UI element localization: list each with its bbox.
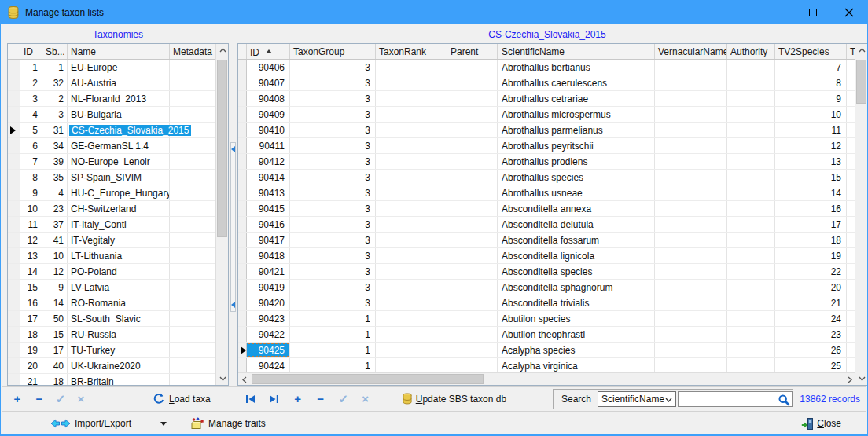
cell-vernacularname[interactable] — [655, 138, 727, 153]
cell-sb[interactable]: 31 — [42, 123, 68, 137]
cell-taxonrank[interactable] — [376, 327, 447, 342]
cell-vernacularname[interactable] — [655, 295, 727, 310]
table-row[interactable]: 16 14 RO-Romania — [8, 295, 216, 311]
taxon-cancel-button[interactable]: × — [359, 392, 373, 406]
close-window-button[interactable] — [831, 1, 867, 24]
cell-metadata[interactable] — [170, 154, 216, 169]
cell-parent[interactable] — [447, 343, 498, 357]
table-row[interactable]: 5 31 CS-Czechia_Slovakia_2015 — [8, 123, 216, 138]
scroll-down-button[interactable] — [855, 372, 868, 385]
cell-scientificname[interactable]: Acalypha virginica — [498, 358, 655, 372]
table-row[interactable]: 1 1 EU-Europe — [8, 60, 216, 75]
search-icon[interactable] — [778, 394, 790, 409]
table-row[interactable]: 11 37 IT-Italy_Conti — [8, 217, 216, 233]
cell-vernacularname[interactable] — [655, 107, 727, 122]
cell-metadata[interactable] — [170, 138, 216, 153]
close-button[interactable]: Close — [801, 418, 841, 430]
table-row[interactable]: 6 34 GE-GermanSL 1.4 — [8, 138, 216, 154]
cell-name[interactable]: GE-GermanSL 1.4 — [68, 138, 170, 153]
cell-vernacularname[interactable] — [655, 280, 727, 295]
search-input-box[interactable] — [678, 391, 793, 407]
cell-metadata[interactable] — [170, 217, 216, 232]
search-input[interactable] — [679, 392, 779, 406]
cell-scientificname[interactable]: Absconditella trivialis — [498, 295, 655, 310]
cell-id[interactable]: 11 — [20, 217, 42, 232]
cell-name[interactable]: HU-C_Europe_Hungary — [68, 185, 170, 200]
cell-vernacularname[interactable] — [655, 311, 727, 326]
cell-id[interactable]: 6 — [20, 138, 42, 153]
cell-name[interactable]: BR-Britain — [68, 374, 170, 385]
cell-name[interactable]: IT-Italy_Conti — [68, 217, 170, 232]
cell-name[interactable]: LT-Lithuania — [68, 248, 170, 263]
last-record-button[interactable] — [267, 392, 281, 406]
cell-id[interactable]: 15 — [20, 280, 42, 295]
cell-sb[interactable]: 17 — [42, 343, 68, 357]
cell-parent[interactable] — [447, 358, 498, 372]
table-row[interactable]: 19 17 TU-Turkey — [8, 343, 216, 358]
scroll-down-button[interactable] — [216, 372, 229, 385]
cell-id[interactable]: 20 — [20, 358, 42, 373]
cell-taxonrank[interactable] — [376, 138, 447, 153]
cell-sb[interactable]: 50 — [42, 311, 68, 326]
cell-scientificname[interactable]: Absconditella fossarum — [498, 233, 655, 247]
cell-taxongroup[interactable]: 3 — [290, 295, 376, 310]
cell-metadata[interactable] — [170, 358, 216, 373]
cell-taxonrank[interactable] — [376, 280, 447, 295]
cell-sb[interactable]: 12 — [42, 264, 68, 279]
cell-metadata[interactable] — [170, 248, 216, 263]
cell-sb[interactable]: 10 — [42, 248, 68, 263]
cell-taxongroup[interactable]: 1 — [290, 311, 376, 326]
cell-vernacularname[interactable] — [655, 75, 727, 90]
cell-sb[interactable]: 15 — [42, 327, 68, 342]
titlebar[interactable]: Manage taxon lists — [1, 1, 867, 24]
cell-id[interactable]: 90413 — [247, 185, 290, 200]
cell-name[interactable]: IT-Vegitaly — [68, 233, 170, 247]
table-row[interactable]: 90421 3 Absconditella species 22 — [238, 264, 856, 280]
cell-sb[interactable]: 4 — [42, 185, 68, 200]
cell-taxongroup[interactable]: 3 — [290, 138, 376, 153]
cell-tv2species[interactable]: 9 — [775, 91, 847, 106]
cell-taxonrank[interactable] — [376, 358, 447, 372]
cell-scientificname[interactable]: Absconditella lignicola — [498, 248, 655, 263]
scrollbar-thumb[interactable] — [252, 374, 484, 384]
cell-name[interactable]: PO-Poland — [68, 264, 170, 279]
table-row[interactable]: 15 9 LV-Latvia — [8, 280, 216, 295]
cell-id[interactable]: 3 — [20, 91, 42, 106]
cell-authority[interactable] — [727, 327, 775, 342]
cell-parent[interactable] — [447, 233, 498, 247]
cell-parent[interactable] — [447, 107, 498, 122]
cell-taxongroup[interactable]: 3 — [290, 248, 376, 263]
cell-tv2species[interactable]: 15 — [775, 170, 847, 185]
cell-parent[interactable] — [447, 264, 498, 279]
cell-parent[interactable] — [447, 248, 498, 263]
cell-taxonrank[interactable] — [376, 295, 447, 310]
cell-id[interactable]: 7 — [20, 154, 42, 169]
cell-tv2species[interactable]: 11 — [775, 123, 847, 137]
cell-id[interactable]: 13 — [20, 248, 42, 263]
cell-sb[interactable]: 2 — [42, 91, 68, 106]
table-row[interactable]: 90409 3 Abrothallus microspermus 10 — [238, 107, 856, 123]
cell-authority[interactable] — [727, 154, 775, 169]
cell-sb[interactable]: 18 — [42, 374, 68, 385]
cell-name[interactable]: EU-Europe — [68, 60, 170, 75]
column-header-vernacularname[interactable]: VernacularName — [655, 44, 727, 59]
table-row[interactable]: 90418 3 Absconditella lignicola 19 — [238, 248, 856, 264]
splitter-handle[interactable] — [230, 142, 236, 312]
load-taxa-button[interactable]: Load taxa — [153, 393, 211, 405]
cell-scientificname[interactable]: Abrothallus parmelianus — [498, 123, 655, 137]
cell-scientificname[interactable]: Absconditella sphagnorum — [498, 280, 655, 295]
table-row[interactable]: 90415 3 Absconditella annexa 16 — [238, 201, 856, 217]
table-row[interactable]: 90419 3 Absconditella sphagnorum 20 — [238, 280, 856, 295]
column-header-tv2species[interactable]: TV2Species — [775, 44, 847, 59]
table-row[interactable]: 18 15 RU-Russia — [8, 327, 216, 343]
cell-scientificname[interactable]: Abrothallus prodiens — [498, 154, 655, 169]
table-row[interactable]: 90422 1 Abutilon theophrasti 23 — [238, 327, 856, 343]
cell-id[interactable]: 90414 — [247, 170, 290, 185]
cell-parent[interactable] — [447, 280, 498, 295]
cell-authority[interactable] — [727, 311, 775, 326]
cell-name[interactable]: LV-Latvia — [68, 280, 170, 295]
cell-metadata[interactable] — [170, 327, 216, 342]
column-header-metadata[interactable]: Metadata — [170, 44, 216, 59]
cell-metadata[interactable] — [170, 233, 216, 247]
cell-id[interactable]: 8 — [20, 170, 42, 185]
